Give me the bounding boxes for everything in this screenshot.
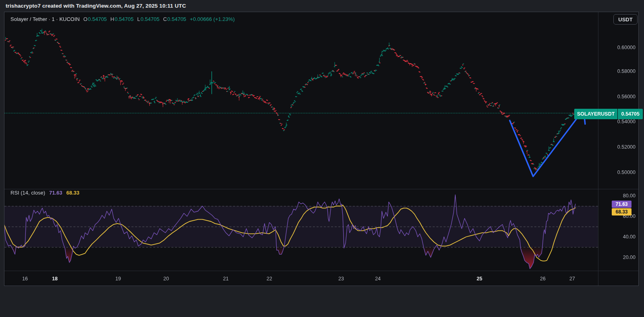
attribution-text: trishacrypto7 created with TradingView.c… — [6, 3, 186, 9]
chart-canvas[interactable] — [4, 12, 638, 286]
header-bar: trishacrypto7 created with TradingView.c… — [0, 0, 644, 12]
footer-bar: TradingView — [0, 286, 644, 317]
chart-widget — [4, 12, 639, 286]
time-scale[interactable] — [4, 271, 638, 286]
price-scale[interactable] — [598, 12, 638, 271]
